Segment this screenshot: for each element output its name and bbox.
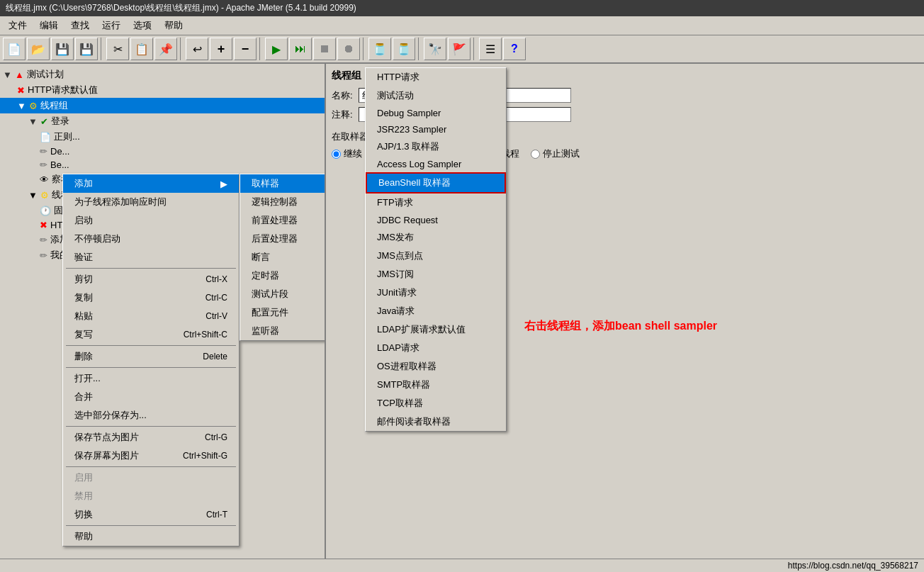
sampler-mail-reader[interactable]: 邮件阅读者取样器 — [366, 413, 506, 431]
ctx-save-node-img[interactable]: 保存节点为图片 Ctrl-G — [63, 428, 239, 447]
save-btn[interactable]: 💾 — [51, 38, 74, 60]
ctx-start[interactable]: 启动 — [63, 211, 239, 230]
add-btn[interactable]: + — [210, 38, 232, 60]
list-btn[interactable]: ☰ — [479, 38, 502, 60]
ctx-save-screen-img[interactable]: 保存屏幕为图片 Ctrl+Shift-G — [63, 447, 239, 465]
context-menu: 添加 ▶ 为子线程添加响应时间 启动 不停顿启动 验证 剪切 Ctrl-X 复制 — [62, 174, 240, 546]
ctx-delete[interactable]: 删除 Delete — [63, 347, 239, 366]
sep3 — [259, 38, 262, 60]
stop-btn[interactable]: ⏹ — [313, 38, 336, 60]
sampler-test-action[interactable]: 测试活动 — [366, 86, 506, 105]
sep-ctx-2 — [66, 345, 236, 346]
sampler-ldap[interactable]: LDAP请求 — [366, 339, 506, 357]
sampler-http[interactable]: HTTP请求 — [366, 68, 506, 86]
sep-ctx-3 — [66, 367, 236, 368]
menu-help[interactable]: 帮助 — [159, 18, 188, 33]
save-as-btn[interactable]: 💾 — [75, 38, 98, 60]
tree-item-thread-group-1[interactable]: ▼ ⚙ 线程组 — [0, 98, 325, 113]
main-content: ▼ ▲ 测试计划 ✖ HTTP请求默认值 ▼ ⚙ 线程组 ▼ ✔ 登录 — [0, 64, 924, 572]
sep-ctx-5 — [66, 466, 236, 467]
add-sub-timer[interactable]: 定时器 ▶ — [240, 267, 326, 285]
play-btn[interactable]: ▶ — [265, 38, 288, 60]
sampler-access-log[interactable]: Access Log Sampler — [366, 156, 506, 172]
tree-item-be[interactable]: ✏ Be... — [0, 158, 325, 172]
sep6 — [473, 38, 476, 60]
ctx-save-selection[interactable]: 选中部分保存为... — [63, 406, 239, 425]
shutdown-btn[interactable]: ⏺ — [337, 38, 360, 60]
sep1 — [101, 38, 103, 60]
name-label: 名称: — [332, 89, 353, 102]
tree-item-test-plan[interactable]: ▼ ▲ 测试计划 — [0, 67, 325, 82]
sampler-jdbc[interactable]: JDBC Request — [366, 212, 506, 228]
new-btn[interactable]: 📄 — [3, 38, 26, 60]
play-next-btn[interactable]: ⏭ — [289, 38, 312, 60]
ctx-toggle[interactable]: 切换 Ctrl-T — [63, 505, 239, 524]
open-btn[interactable]: 📂 — [27, 38, 50, 60]
tree-item-regex[interactable]: 📄 正则... — [0, 129, 325, 145]
sampler-java[interactable]: Java请求 — [366, 302, 506, 320]
ctx-open[interactable]: 打开... — [63, 369, 239, 388]
menu-edit[interactable]: 编辑 — [34, 18, 64, 33]
ctx-duplicate[interactable]: 复写 Ctrl+Shift-C — [63, 325, 239, 344]
sampler-beanshell[interactable]: BeanShell 取样器 — [366, 172, 506, 194]
add-sub-pre[interactable]: 前置处理器 ▶ — [240, 211, 326, 230]
add-sub-test-fragment[interactable]: 测试片段 ▶ — [240, 285, 326, 303]
sep-ctx-1 — [66, 268, 236, 269]
add-sub-listener[interactable]: 监听器 ▶ — [240, 322, 326, 340]
tree-item-de[interactable]: ✏ De... — [0, 145, 325, 158]
jar2-btn[interactable]: 🫙 — [393, 38, 415, 60]
sampler-jms-p2p[interactable]: JMS点到点 — [366, 247, 506, 265]
jar1-btn[interactable]: 🫙 — [368, 38, 391, 60]
status-bar: https://blog.csdn.net/qq_39568217 — [0, 559, 924, 572]
ctx-start-no-pause[interactable]: 不停顿启动 — [63, 230, 239, 248]
title-bar: 线程组.jmx (C:\Users\97268\Desktop\线程组\线程组.… — [0, 0, 924, 16]
sampler-jsr223[interactable]: JSR223 Sampler — [366, 121, 506, 138]
sampler-ldap-ext[interactable]: LDAP扩展请求默认值 — [366, 320, 506, 339]
copy-btn[interactable]: 📋 — [130, 38, 153, 60]
ctx-cut[interactable]: 剪切 Ctrl-X — [63, 270, 239, 288]
comment-label: 注释: — [332, 108, 353, 121]
sampler-os-process[interactable]: OS进程取样器 — [366, 357, 506, 376]
cut-btn[interactable]: ✂ — [106, 38, 129, 60]
sampler-jms-pub[interactable]: JMS发布 — [366, 228, 506, 247]
remove-btn[interactable]: − — [234, 38, 257, 60]
menu-file[interactable]: 文件 — [3, 18, 33, 33]
sampler-submenu: HTTP请求 测试活动 Debug Sampler JSR223 Sampler… — [365, 67, 507, 432]
add-sub-config[interactable]: 配置元件 ▶ — [240, 303, 326, 322]
add-sub-sampler[interactable]: 取样器 ▶ — [240, 174, 326, 193]
tree-item-http-default[interactable]: ✖ HTTP请求默认值 — [0, 82, 325, 98]
menu-find[interactable]: 查找 — [65, 18, 95, 33]
add-sub-assert[interactable]: 断言 ▶ — [240, 248, 326, 267]
binoculars-btn[interactable]: 🔭 — [424, 38, 446, 60]
sampler-ftp[interactable]: FTP请求 — [366, 194, 506, 212]
menu-run[interactable]: 运行 — [96, 18, 126, 33]
ctx-add[interactable]: 添加 ▶ — [63, 174, 239, 193]
sampler-jms-sub[interactable]: JMS订阅 — [366, 265, 506, 284]
annotation: 右击线程组，添加bean shell sampler — [524, 319, 717, 334]
toggle-btn[interactable]: ↩ — [186, 38, 208, 60]
menu-options[interactable]: 选项 — [128, 18, 157, 33]
sampler-smtp[interactable]: SMTP取样器 — [366, 376, 506, 394]
ctx-paste[interactable]: 粘贴 Ctrl-V — [63, 307, 239, 325]
sampler-ajp[interactable]: AJP/1.3 取样器 — [366, 138, 506, 156]
sep-ctx-6 — [66, 525, 236, 526]
sampler-tcp[interactable]: TCP取样器 — [366, 394, 506, 413]
ctx-merge[interactable]: 合并 — [63, 388, 239, 406]
radio-stop-test[interactable]: 停止测试 — [531, 147, 580, 160]
ctx-verify[interactable]: 验证 — [63, 248, 239, 267]
ctx-copy[interactable]: 复制 Ctrl-C — [63, 288, 239, 307]
flag-btn[interactable]: 🚩 — [448, 38, 471, 60]
tree-item-login[interactable]: ▼ ✔ 登录 — [0, 113, 325, 129]
add-sub-logic[interactable]: 逻辑控制器 ▶ — [240, 193, 326, 211]
ctx-help[interactable]: 帮助 — [63, 527, 239, 546]
radio-continue[interactable]: 继续 — [332, 147, 362, 160]
help-btn[interactable]: ? — [503, 38, 526, 60]
sampler-debug[interactable]: Debug Sampler — [366, 105, 506, 121]
right-panel: 线程组 名称: 注释: 在取样器错误后要执行的操作 继续 启动下一进程循环 停止… — [326, 64, 924, 572]
ctx-disable: 禁用 — [63, 487, 239, 505]
status-url: https://blog.csdn.net/qq_39568217 — [788, 561, 918, 571]
paste-btn[interactable]: 📌 — [154, 38, 177, 60]
sampler-junit[interactable]: JUnit请求 — [366, 284, 506, 302]
add-sub-post[interactable]: 后置处理器 ▶ — [240, 230, 326, 248]
ctx-add-response-time[interactable]: 为子线程添加响应时间 — [63, 193, 239, 211]
